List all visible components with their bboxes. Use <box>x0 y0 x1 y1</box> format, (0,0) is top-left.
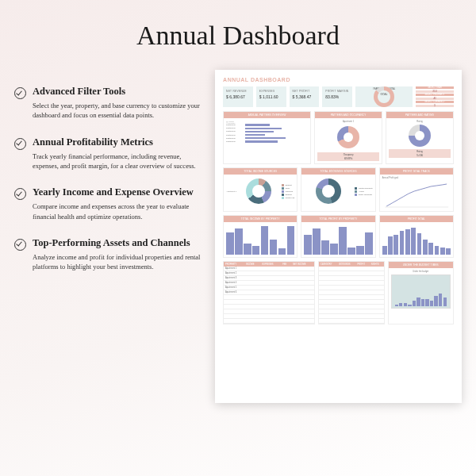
filter-year-label: SELECT YEAR <box>416 86 454 89</box>
card-header: TOTAL PROFIT BY PROPERTY <box>301 216 374 222</box>
feature-heading: Top-Performing Assets and Channels <box>33 237 190 249</box>
feature-item: Yearly Income and Expense Overview Compa… <box>14 186 204 221</box>
card-header: TOTAL BOOKINGS SOURCES <box>301 168 374 175</box>
kpi-label: NET REVENUE <box>226 90 250 93</box>
filter-property[interactable]: All <box>416 98 454 100</box>
bar-label: September <box>226 127 244 129</box>
hbar-chart: September September September September … <box>226 124 308 143</box>
legend-item: Deposit <box>286 184 292 186</box>
check-icon <box>14 188 26 200</box>
card-category-table: CATEGORYBOOKINGSPROFITNIGHTS <box>318 261 384 324</box>
bar-chart <box>382 225 451 255</box>
card-annual-pattern: ANNUAL PATTERN OVERVIEW ▲ Income ▼ Expen… <box>223 111 311 164</box>
page-title: Annual Dashboard <box>14 21 462 51</box>
feature-list: Advanced Filter Tools Select the year, p… <box>14 70 204 403</box>
kpi-value: $ 5,368.47 <box>293 94 317 99</box>
kpi-net-revenue: NET REVENUE $ 6,380.67 <box>223 86 253 107</box>
feature-heading: Annual Profitability Metrics <box>33 136 153 148</box>
legend-item: Refill <box>286 187 290 190</box>
kpi-profit-margin: PROFIT MARGIN 83.83% <box>322 86 352 107</box>
dashboard-preview: ANNUAL DASHBOARD NET REVENUE $ 6,380.67 … <box>215 70 462 403</box>
bar-label: September <box>226 134 244 136</box>
feature-item: Annual Profitability Metrics Track yearl… <box>14 136 204 171</box>
legend: Rental Requests Airbnb Direct Requests <box>355 187 373 196</box>
legend-item: Airbnb <box>359 190 364 193</box>
card-property-table: PROPERTYINCOMEEXPENSESFEENET INCOME Apar… <box>223 261 315 324</box>
legend-item: Direct Requests <box>359 194 372 196</box>
card-profit-goal-monthly: PROFIT GOAL <box>379 215 454 258</box>
goal-center: GOAL <box>374 93 394 96</box>
table-row <box>319 319 383 324</box>
card-header: PATTERN AND RATING <box>386 112 453 118</box>
card-income-sources: TOTAL INCOME SOURCES Apartment 1 Deposit… <box>223 167 298 212</box>
mini-title: Annual Profit goal <box>382 177 451 179</box>
kpi-expenses: EXPENSES $ 1,011.60 <box>256 86 286 107</box>
feature-heading: Advanced Filter Tools <box>33 86 125 98</box>
area-chart <box>391 274 451 309</box>
kpi-label: EXPENSES <box>259 90 283 93</box>
feature-heading: Yearly Income and Expense Overview <box>33 186 194 198</box>
kpi-value: 83.83% <box>325 94 349 99</box>
dashboard-title: ANNUAL DASHBOARD <box>223 77 454 83</box>
kpi-net-profit: NET PROFIT $ 5,368.47 <box>290 86 320 107</box>
legend-item: Rental Fee <box>286 197 295 199</box>
kpi-label: NET PROFIT <box>293 90 317 93</box>
card-profit-by-property: TOTAL PROFIT BY PROPERTY <box>301 215 375 258</box>
card-header: PROFIT GOAL TRACK <box>380 168 453 175</box>
feature-item: Advanced Filter Tools Select the year, p… <box>14 86 204 121</box>
card-header: TOTAL INCOME BY PROPERTY <box>224 216 297 222</box>
table-row <box>224 319 314 324</box>
card-header: PATTERN AND OCCUPANCY <box>315 112 382 118</box>
legend: Deposit Refill Cleaning Deposit Rental F… <box>282 184 295 199</box>
card-occupancy: PATTERN AND OCCUPANCY Apartment 1 Occupa… <box>314 111 382 164</box>
feature-item: Top-Performing Assets and Channels Analy… <box>14 237 204 272</box>
card-income-by-property: TOTAL INCOME BY PROPERTY <box>223 215 298 258</box>
filter-panel: SELECT YEAR 2024 SELECT PROPERTY All SEL… <box>416 86 454 107</box>
card-header: PROFIT GOAL <box>380 216 453 222</box>
donut-chart <box>316 178 341 204</box>
filter-currency-label: SELECT CURRENCY <box>416 101 454 103</box>
legend-item: Rental Requests <box>359 187 373 190</box>
line-chart <box>382 181 451 208</box>
check-icon <box>14 87 26 99</box>
mini-title: Rating <box>389 121 451 123</box>
legend-item: Cleaning <box>286 190 293 193</box>
feature-body: Analyze income and profit for individual… <box>33 252 204 272</box>
data-table: CATEGORYBOOKINGSPROFITNIGHTS <box>319 262 383 324</box>
mini-title: Apartment 1 <box>317 121 379 123</box>
goal-gauge: YEARLY PROFIT GOAL GOAL <box>355 86 413 107</box>
stat-value: 693% <box>319 156 378 160</box>
filter-property-label: SELECT PROPERTY <box>416 94 454 96</box>
legend-item: Deposit <box>286 194 292 196</box>
mini-title: Under the budget <box>391 271 451 273</box>
bar-label: September <box>226 140 244 143</box>
feature-body: Track yearly financial performance, incl… <box>33 152 204 171</box>
filter-year[interactable]: 2024 <box>416 90 454 93</box>
donut-chart <box>409 125 431 147</box>
kpi-value: $ 1,011.60 <box>259 94 283 99</box>
card-header: TOTAL INCOME SOURCES <box>224 168 297 175</box>
mini-title: Apartment 1 <box>226 190 236 193</box>
bar-label: September <box>226 130 244 132</box>
card-under-budget: UNDER THE BUDGET TIMES Under the budget <box>388 261 454 324</box>
stat-value: 5.06 <box>390 153 450 157</box>
card-header: UNDER THE BUDGET TIMES <box>389 262 453 268</box>
filter-currency[interactable]: $ <box>416 105 454 107</box>
donut-chart <box>246 178 271 204</box>
card-rating: PATTERN AND RATING Rating Rating 5.06 <box>386 111 454 164</box>
card-header: ANNUAL PATTERN OVERVIEW <box>224 112 310 118</box>
feature-body: Compare income and expenses across the y… <box>33 202 204 221</box>
card-booking-sources: TOTAL BOOKINGS SOURCES Rental Requests A… <box>301 167 375 212</box>
data-table: PROPERTYINCOMEEXPENSESFEENET INCOME Apar… <box>224 262 314 324</box>
kpi-label: PROFIT MARGIN <box>325 90 349 93</box>
kpi-value: $ 6,380.67 <box>226 94 250 99</box>
donut-chart <box>337 126 359 148</box>
feature-body: Select the year, property, and base curr… <box>33 101 204 121</box>
check-icon <box>14 239 26 251</box>
check-icon <box>14 138 26 150</box>
bar-chart <box>226 225 294 255</box>
bar-label: September <box>226 124 244 126</box>
bar-chart <box>304 225 372 255</box>
bar-label: September <box>226 137 244 140</box>
card-profit-goal-track: PROFIT GOAL TRACK Annual Profit goal <box>379 167 454 212</box>
